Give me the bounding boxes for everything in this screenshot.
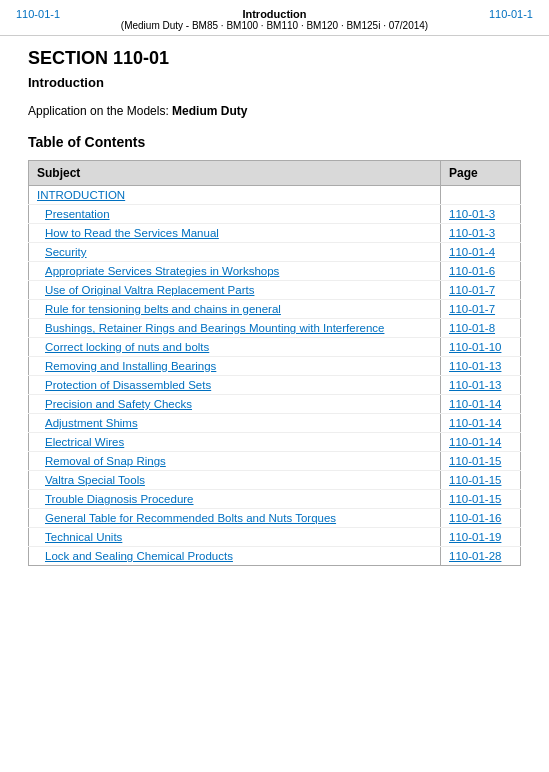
table-row: Technical Units110-01-19: [29, 528, 521, 547]
table-row: How to Read the Services Manual110-01-3: [29, 224, 521, 243]
table-row: Security110-01-4: [29, 243, 521, 262]
main-content: SECTION 110-01 Introduction Application …: [0, 36, 549, 582]
toc-page[interactable]: 110-01-16: [441, 509, 521, 528]
toc-subject[interactable]: How to Read the Services Manual: [29, 224, 441, 243]
toc-page-link[interactable]: 110-01-4: [449, 246, 495, 258]
toc-subject[interactable]: Rule for tensioning belts and chains in …: [29, 300, 441, 319]
toc-page-link[interactable]: 110-01-15: [449, 474, 501, 486]
header-left: 110-01-1: [16, 8, 60, 20]
table-row: Electrical Wires110-01-14: [29, 433, 521, 452]
toc-subject[interactable]: Removing and Installing Bearings: [29, 357, 441, 376]
toc-page[interactable]: 110-01-8: [441, 319, 521, 338]
toc-page[interactable]: 110-01-3: [441, 224, 521, 243]
toc-link[interactable]: Correct locking of nuts and bolts: [45, 341, 209, 353]
toc-page-link[interactable]: 110-01-15: [449, 455, 501, 467]
intro-label: Introduction: [28, 75, 521, 90]
toc-page-link[interactable]: 110-01-7: [449, 284, 495, 296]
toc-subject[interactable]: Security: [29, 243, 441, 262]
toc-link[interactable]: Precision and Safety Checks: [45, 398, 192, 410]
toc-page[interactable]: 110-01-14: [441, 433, 521, 452]
toc-subject[interactable]: Appropriate Services Strategies in Works…: [29, 262, 441, 281]
toc-link[interactable]: Lock and Sealing Chemical Products: [45, 550, 233, 562]
toc-page[interactable]: 110-01-3: [441, 205, 521, 224]
toc-link[interactable]: Electrical Wires: [45, 436, 124, 448]
toc-page-link[interactable]: 110-01-28: [449, 550, 501, 562]
toc-page[interactable]: 110-01-19: [441, 528, 521, 547]
table-row: Appropriate Services Strategies in Works…: [29, 262, 521, 281]
toc-subject[interactable]: Adjustment Shims: [29, 414, 441, 433]
toc-page[interactable]: 110-01-7: [441, 281, 521, 300]
toc-page[interactable]: 110-01-10: [441, 338, 521, 357]
table-row: Removing and Installing Bearings110-01-1…: [29, 357, 521, 376]
toc-subject[interactable]: Removal of Snap Rings: [29, 452, 441, 471]
table-row: Use of Original Valtra Replacement Parts…: [29, 281, 521, 300]
toc-subject[interactable]: Technical Units: [29, 528, 441, 547]
toc-link[interactable]: INTRODUCTION: [37, 189, 125, 201]
table-row: Rule for tensioning belts and chains in …: [29, 300, 521, 319]
table-row: Correct locking of nuts and bolts110-01-…: [29, 338, 521, 357]
toc-subject[interactable]: Protection of Disassembled Sets: [29, 376, 441, 395]
toc-page[interactable]: 110-01-13: [441, 357, 521, 376]
toc-link[interactable]: Bushings, Retainer Rings and Bearings Mo…: [45, 322, 384, 334]
toc-link[interactable]: Presentation: [45, 208, 110, 220]
table-row: Removal of Snap Rings110-01-15: [29, 452, 521, 471]
toc-subject[interactable]: Bushings, Retainer Rings and Bearings Mo…: [29, 319, 441, 338]
toc-link[interactable]: Appropriate Services Strategies in Works…: [45, 265, 279, 277]
table-row: Adjustment Shims110-01-14: [29, 414, 521, 433]
table-row: Trouble Diagnosis Procedure110-01-15: [29, 490, 521, 509]
toc-link[interactable]: Protection of Disassembled Sets: [45, 379, 211, 391]
header-subtitle: (Medium Duty - BM85 · BM100 · BM110 · BM…: [121, 20, 428, 31]
toc-subject[interactable]: Presentation: [29, 205, 441, 224]
header-center: Introduction (Medium Duty - BM85 · BM100…: [121, 8, 428, 31]
toc-subject[interactable]: Trouble Diagnosis Procedure: [29, 490, 441, 509]
toc-link[interactable]: Technical Units: [45, 531, 122, 543]
toc-page[interactable]: 110-01-15: [441, 471, 521, 490]
toc-page[interactable]: 110-01-7: [441, 300, 521, 319]
toc-page-link[interactable]: 110-01-14: [449, 436, 501, 448]
toc-page-link[interactable]: 110-01-8: [449, 322, 495, 334]
toc-subject[interactable]: Correct locking of nuts and bolts: [29, 338, 441, 357]
toc-page-link[interactable]: 110-01-16: [449, 512, 501, 524]
toc-page-link[interactable]: 110-01-19: [449, 531, 501, 543]
toc-page[interactable]: 110-01-13: [441, 376, 521, 395]
toc-page-link[interactable]: 110-01-13: [449, 360, 501, 372]
toc-page[interactable]: 110-01-6: [441, 262, 521, 281]
toc-subject[interactable]: General Table for Recommended Bolts and …: [29, 509, 441, 528]
model-name: Medium Duty: [172, 104, 247, 118]
toc-page[interactable]: 110-01-14: [441, 395, 521, 414]
toc-page[interactable]: 110-01-15: [441, 490, 521, 509]
toc-link[interactable]: How to Read the Services Manual: [45, 227, 219, 239]
toc-subject[interactable]: Use of Original Valtra Replacement Parts: [29, 281, 441, 300]
toc-link[interactable]: Removing and Installing Bearings: [45, 360, 216, 372]
toc-page-link[interactable]: 110-01-10: [449, 341, 501, 353]
toc-subject[interactable]: Electrical Wires: [29, 433, 441, 452]
toc-page-link[interactable]: 110-01-13: [449, 379, 501, 391]
toc-link[interactable]: Security: [45, 246, 87, 258]
toc-page-link[interactable]: 110-01-6: [449, 265, 495, 277]
table-row: Protection of Disassembled Sets110-01-13: [29, 376, 521, 395]
toc-page[interactable]: 110-01-14: [441, 414, 521, 433]
toc-page[interactable]: 110-01-28: [441, 547, 521, 566]
toc-link[interactable]: Valtra Special Tools: [45, 474, 145, 486]
toc-page-link[interactable]: 110-01-7: [449, 303, 495, 315]
toc-link[interactable]: Removal of Snap Rings: [45, 455, 166, 467]
application-line: Application on the Models: Medium Duty: [28, 104, 521, 118]
table-row: Presentation110-01-3: [29, 205, 521, 224]
toc-link[interactable]: Rule for tensioning belts and chains in …: [45, 303, 281, 315]
toc-page-link[interactable]: 110-01-15: [449, 493, 501, 505]
toc-subject[interactable]: Valtra Special Tools: [29, 471, 441, 490]
table-row: Valtra Special Tools110-01-15: [29, 471, 521, 490]
table-row: General Table for Recommended Bolts and …: [29, 509, 521, 528]
toc-page[interactable]: 110-01-15: [441, 452, 521, 471]
toc-link[interactable]: Trouble Diagnosis Procedure: [45, 493, 194, 505]
toc-page-link[interactable]: 110-01-3: [449, 227, 495, 239]
toc-subject[interactable]: Precision and Safety Checks: [29, 395, 441, 414]
toc-link[interactable]: General Table for Recommended Bolts and …: [45, 512, 336, 524]
toc-page-link[interactable]: 110-01-14: [449, 417, 501, 429]
toc-page-link[interactable]: 110-01-14: [449, 398, 501, 410]
toc-page-link[interactable]: 110-01-3: [449, 208, 495, 220]
toc-subject[interactable]: Lock and Sealing Chemical Products: [29, 547, 441, 566]
toc-link[interactable]: Use of Original Valtra Replacement Parts: [45, 284, 254, 296]
toc-page[interactable]: 110-01-4: [441, 243, 521, 262]
toc-link[interactable]: Adjustment Shims: [45, 417, 138, 429]
